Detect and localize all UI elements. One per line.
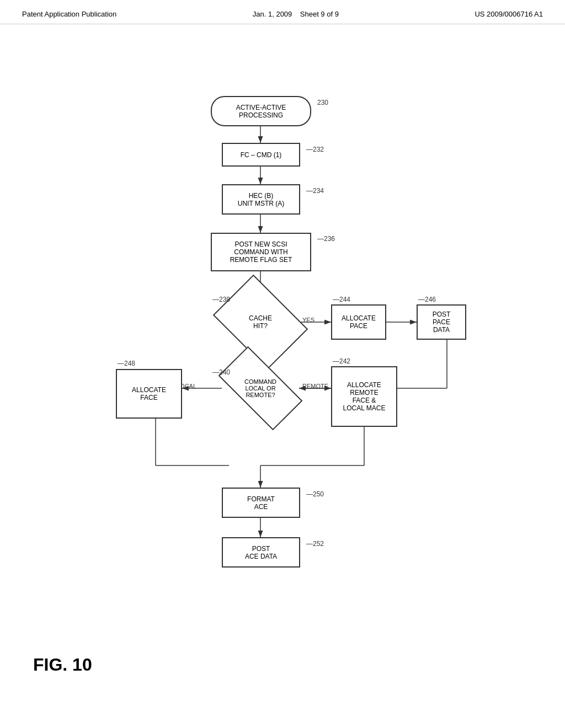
header-right: US 2009/0006716 A1 xyxy=(475,10,543,18)
arrow-label-remote: REMOTE xyxy=(302,383,328,389)
node-240-label: COMMAND LOCAL OR REMOTE? xyxy=(222,367,299,409)
arrows-svg xyxy=(0,24,565,708)
node-250: FORMAT ACE xyxy=(222,488,300,518)
header-left: Patent Application Publication xyxy=(22,10,116,18)
ref-242: —242 xyxy=(333,357,350,365)
ref-230: 230 xyxy=(317,99,328,106)
ref-252: —252 xyxy=(306,540,324,548)
ref-240: —240 xyxy=(212,368,230,376)
node-236: POST NEW SCSI COMMAND WITH REMOTE FLAG S… xyxy=(211,233,311,271)
node-230: ACTIVE-ACTIVE PROCESSING xyxy=(211,96,311,126)
ref-236: —236 xyxy=(317,235,335,243)
header-center: Jan. 1, 2009 Sheet 9 of 9 xyxy=(253,10,339,18)
fig-label: FIG. 10 xyxy=(33,655,92,675)
arrow-label-yes: YES xyxy=(302,317,315,323)
node-244: ALLOCATE PACE xyxy=(331,304,386,340)
node-248: ALLOCATE FACE xyxy=(116,369,182,419)
ref-244: —244 xyxy=(333,296,350,303)
ref-232: —232 xyxy=(306,146,324,153)
node-242: ALLOCATE REMOTE FACE & LOCAL MACE xyxy=(331,366,397,427)
node-246: POST PACE DATA xyxy=(417,304,466,340)
ref-248: —248 xyxy=(118,360,135,367)
node-234: HEC (B) UNIT MSTR (A) xyxy=(222,184,300,215)
diagram-area: YES NO REMOTE LOCAL ACTIVE-ACTIVE PROCES… xyxy=(0,24,565,708)
ref-234: —234 xyxy=(306,187,324,195)
node-232: FC – CMD (1) xyxy=(222,143,300,167)
header: Patent Application Publication Jan. 1, 2… xyxy=(0,0,565,24)
node-252: POST ACE DATA xyxy=(222,537,300,568)
node-238-label: CACHE HIT? xyxy=(222,293,299,351)
ref-246: —246 xyxy=(418,296,436,303)
ref-250: —250 xyxy=(306,490,324,498)
ref-238: —238 xyxy=(212,296,230,303)
